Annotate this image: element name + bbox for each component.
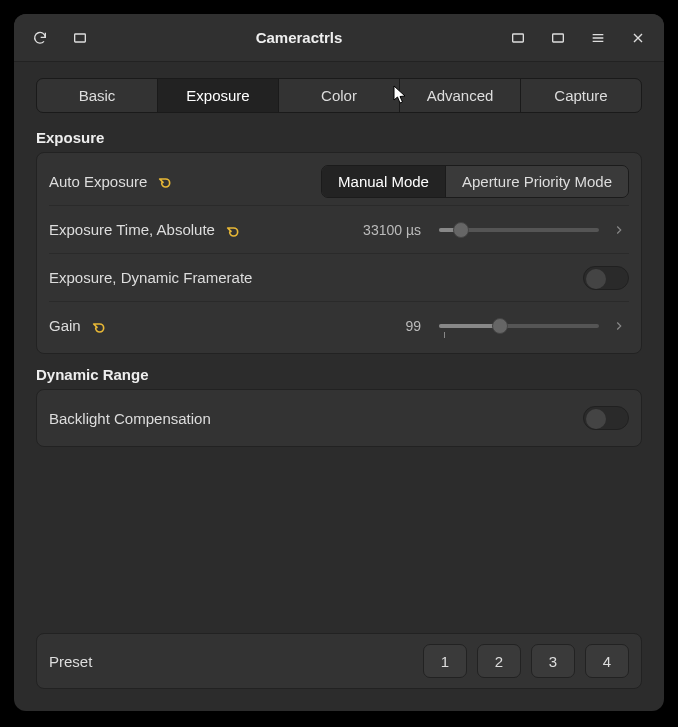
preset-1-button[interactable]: 1 <box>423 644 467 678</box>
label-backlight-compensation: Backlight Compensation <box>49 410 211 427</box>
section-title-exposure: Exposure <box>36 129 642 146</box>
svg-rect-1 <box>513 34 524 42</box>
content-area: Exposure Auto Exposure Manual Mode Apert… <box>14 123 664 633</box>
refresh-button[interactable] <box>22 21 58 55</box>
mode-manual-button[interactable]: Manual Mode <box>322 166 446 197</box>
row-auto-exposure: Auto Exposure Manual Mode Aperture Prior… <box>49 157 629 205</box>
row-backlight-compensation: Backlight Compensation <box>49 394 629 442</box>
label-auto-exposure: Auto Exposure <box>49 173 147 190</box>
tab-capture[interactable]: Capture <box>521 79 641 112</box>
mode-aperture-priority-button[interactable]: Aperture Priority Mode <box>446 166 628 197</box>
slider-gain[interactable] <box>439 314 599 338</box>
close-button[interactable] <box>620 21 656 55</box>
value-gain: 99 <box>405 318 421 334</box>
row-dynamic-framerate: Exposure, Dynamic Framerate <box>49 253 629 301</box>
preset-2-button[interactable]: 2 <box>477 644 521 678</box>
tab-exposure[interactable]: Exposure <box>158 79 279 112</box>
titlebar: Cameractrls <box>14 14 664 62</box>
window-icon-right-1[interactable] <box>500 21 536 55</box>
tab-advanced[interactable]: Advanced <box>400 79 521 112</box>
label-preset: Preset <box>49 653 92 670</box>
toggle-backlight-compensation[interactable] <box>583 406 629 430</box>
section-title-dynamic-range: Dynamic Range <box>36 366 642 383</box>
preset-3-button[interactable]: 3 <box>531 644 575 678</box>
auto-exposure-mode-segmented: Manual Mode Aperture Priority Mode <box>321 165 629 198</box>
preset-4-button[interactable]: 4 <box>585 644 629 678</box>
label-exposure-time: Exposure Time, Absolute <box>49 221 215 238</box>
panel-exposure: Auto Exposure Manual Mode Aperture Prior… <box>36 152 642 354</box>
reset-icon[interactable] <box>91 318 107 334</box>
svg-rect-2 <box>553 34 564 42</box>
window-icon-right-2[interactable] <box>540 21 576 55</box>
value-exposure-time: 33100 µs <box>363 222 421 238</box>
hamburger-menu-button[interactable] <box>580 21 616 55</box>
tab-row: Basic Exposure Color Advanced Capture <box>36 78 642 113</box>
tab-color[interactable]: Color <box>279 79 400 112</box>
label-dynamic-framerate: Exposure, Dynamic Framerate <box>49 269 252 286</box>
reset-icon[interactable] <box>225 222 241 238</box>
slider-exposure-time[interactable] <box>439 218 599 242</box>
app-window: Cameractrls Basic Exposure Color Advance… <box>14 14 664 711</box>
tab-basic[interactable]: Basic <box>37 79 158 112</box>
svg-rect-0 <box>75 34 86 42</box>
app-title: Cameractrls <box>98 29 500 46</box>
toggle-dynamic-framerate[interactable] <box>583 266 629 290</box>
row-gain: Gain 99 <box>49 301 629 349</box>
panel-dynamic-range: Backlight Compensation <box>36 389 642 447</box>
chevron-right-icon[interactable] <box>609 316 629 336</box>
window-icon-left[interactable] <box>62 21 98 55</box>
label-gain: Gain <box>49 317 81 334</box>
reset-icon[interactable] <box>157 173 173 189</box>
chevron-right-icon[interactable] <box>609 220 629 240</box>
row-exposure-time: Exposure Time, Absolute 33100 µs <box>49 205 629 253</box>
preset-footer: Preset 1 2 3 4 <box>36 633 642 689</box>
